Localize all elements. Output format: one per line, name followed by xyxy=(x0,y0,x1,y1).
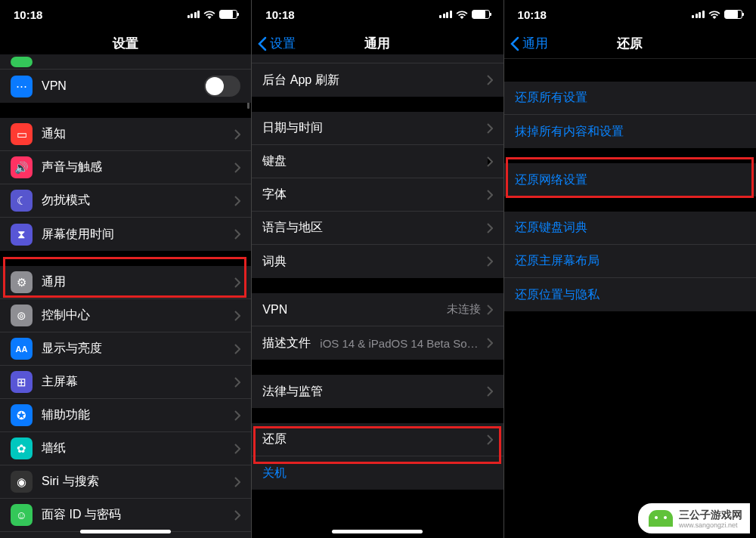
back-button[interactable]: 设置 xyxy=(258,35,296,52)
row-label: 通用 xyxy=(42,274,228,290)
row-label: 词典 xyxy=(262,254,480,270)
row-label: 还原所有设置 xyxy=(515,90,745,106)
row-label: 键盘 xyxy=(262,153,480,169)
screenshot-settings: 10:18 设置 ⋯ VPN ▭ 通知 xyxy=(0,0,252,538)
vpn-icon: ⋯ xyxy=(11,76,33,97)
row-label: 法律与监管 xyxy=(262,384,480,400)
row-reset-home-layout[interactable]: 还原主屏幕布局 xyxy=(504,245,756,278)
row-control-center[interactable]: ⊚ 控制中心 xyxy=(0,299,251,332)
row-label: 还原 xyxy=(262,431,480,447)
chevron-right-icon xyxy=(487,256,493,267)
row-partial[interactable] xyxy=(252,54,503,63)
status-time: 10:18 xyxy=(265,8,294,21)
chevron-right-icon xyxy=(487,386,493,397)
watermark-sub: www.sangongzi.net xyxy=(679,522,742,529)
row-label: 还原主屏幕布局 xyxy=(515,253,745,269)
row-label: 后台 App 刷新 xyxy=(262,73,480,88)
status-bar: 10:18 xyxy=(0,0,251,29)
chevron-right-icon xyxy=(234,477,240,487)
back-button[interactable]: 通用 xyxy=(510,35,548,52)
row-label: 墙纸 xyxy=(42,441,228,456)
chevron-right-icon xyxy=(234,277,240,288)
screenshot-general: 10:18 设置 通用 后台 App 刷新 日期与时间 xyxy=(252,0,503,538)
row-faceid[interactable]: ☺ 面容 ID 与密码 xyxy=(0,499,251,532)
flower-icon: ✿ xyxy=(11,438,33,459)
status-right xyxy=(692,10,742,19)
text-size-icon: AA xyxy=(11,338,33,360)
chevron-right-icon xyxy=(487,434,493,445)
row-language[interactable]: 语言与地区 xyxy=(252,212,503,245)
row-reset-network[interactable]: 还原网络设置 xyxy=(504,163,756,196)
home-indicator[interactable] xyxy=(80,530,171,533)
row-homescreen[interactable]: ⊞ 主屏幕 xyxy=(0,366,251,399)
row-label: 通知 xyxy=(42,126,228,142)
row-vpn[interactable]: ⋯ VPN xyxy=(0,70,251,103)
row-reset-all-settings[interactable]: 还原所有设置 xyxy=(504,82,756,115)
row-legal[interactable]: 法律与监管 xyxy=(252,375,503,408)
row-label: VPN xyxy=(262,303,442,317)
chevron-right-icon xyxy=(234,410,240,421)
chevron-right-icon xyxy=(234,311,240,321)
signal-icon xyxy=(439,11,452,18)
row-font[interactable]: 字体 xyxy=(252,178,503,212)
row-label: 字体 xyxy=(262,187,480,203)
row-dnd[interactable]: ☾ 勿扰模式 xyxy=(0,184,251,218)
row-wallpaper[interactable]: ✿ 墙纸 xyxy=(0,432,251,465)
row-reset[interactable]: 还原 xyxy=(252,423,503,456)
row-screentime[interactable]: ⧗ 屏幕使用时间 xyxy=(0,218,251,251)
row-label: VPN xyxy=(42,79,204,93)
row-label: 还原网络设置 xyxy=(515,172,745,188)
status-bar: 10:18 xyxy=(252,0,503,29)
row-reset-keyboard-dict[interactable]: 还原键盘词典 xyxy=(504,212,756,245)
page-title: 设置 xyxy=(113,35,138,52)
row-profiles[interactable]: 描述文件 iOS 14 & iPadOS 14 Beta Softw... xyxy=(252,326,503,360)
signal-icon xyxy=(692,11,705,18)
row-label: Siri 与搜索 xyxy=(42,474,228,490)
home-indicator[interactable] xyxy=(332,530,423,533)
row-keyboard[interactable]: 键盘 xyxy=(252,145,503,178)
watermark-text: 三公子游戏网 xyxy=(679,509,742,521)
faceid-icon: ☺ xyxy=(11,504,33,526)
status-bar: 10:18 xyxy=(504,0,756,29)
row-label: 还原位置与隐私 xyxy=(515,287,745,303)
moon-icon: ☾ xyxy=(11,190,33,212)
status-time: 10:18 xyxy=(518,8,547,21)
row-sound[interactable]: 🔊 声音与触感 xyxy=(0,151,251,184)
battery-icon xyxy=(219,10,237,19)
watermark: 三公子游戏网 www.sangongzi.net xyxy=(638,503,750,533)
row-siri[interactable]: ◉ Siri 与搜索 xyxy=(0,465,251,499)
row-label: 显示与亮度 xyxy=(42,341,228,357)
chevron-right-icon xyxy=(487,156,493,167)
chevron-right-icon xyxy=(487,123,493,134)
row-label: 勿扰模式 xyxy=(42,193,228,209)
chevron-right-icon xyxy=(487,305,493,315)
row-display[interactable]: AA 显示与亮度 xyxy=(0,332,251,366)
row-label: 主屏幕 xyxy=(42,374,228,390)
row-label: 声音与触感 xyxy=(42,159,228,175)
chevron-right-icon xyxy=(487,190,493,200)
row-shutdown[interactable]: 关机 xyxy=(252,456,503,490)
signal-icon xyxy=(187,11,200,18)
chevron-right-icon xyxy=(234,510,240,521)
row-vpn[interactable]: VPN 未连接 xyxy=(252,293,503,326)
row-accessibility[interactable]: ✪ 辅助功能 xyxy=(0,399,251,432)
row-notifications[interactable]: ▭ 通知 xyxy=(0,118,251,151)
row-label: 面容 ID 与密码 xyxy=(42,507,228,523)
row-general[interactable]: ⚙ 通用 xyxy=(0,266,251,299)
row-partial[interactable] xyxy=(0,54,251,70)
chevron-left-icon xyxy=(510,36,519,51)
chevron-right-icon xyxy=(487,223,493,233)
gear-icon: ⚙ xyxy=(11,271,33,293)
row-dictionary[interactable]: 词典 xyxy=(252,245,503,278)
row-value: iOS 14 & iPadOS 14 Beta Softw... xyxy=(320,337,480,350)
row-label: 关机 xyxy=(262,465,492,481)
vpn-toggle[interactable] xyxy=(204,76,240,97)
row-erase-all[interactable]: 抹掉所有内容和设置 xyxy=(504,115,756,148)
row-label: 控制中心 xyxy=(42,308,228,323)
row-bg-app-refresh[interactable]: 后台 App 刷新 xyxy=(252,63,503,97)
page-title: 还原 xyxy=(617,35,643,52)
row-reset-location-privacy[interactable]: 还原位置与隐私 xyxy=(504,278,756,311)
watermark-logo-icon xyxy=(649,510,673,527)
screenshot-reset: 10:18 通用 还原 还原所有设置 抹掉所有内容和设置 还原网 xyxy=(504,0,756,538)
row-date-time[interactable]: 日期与时间 xyxy=(252,112,503,145)
